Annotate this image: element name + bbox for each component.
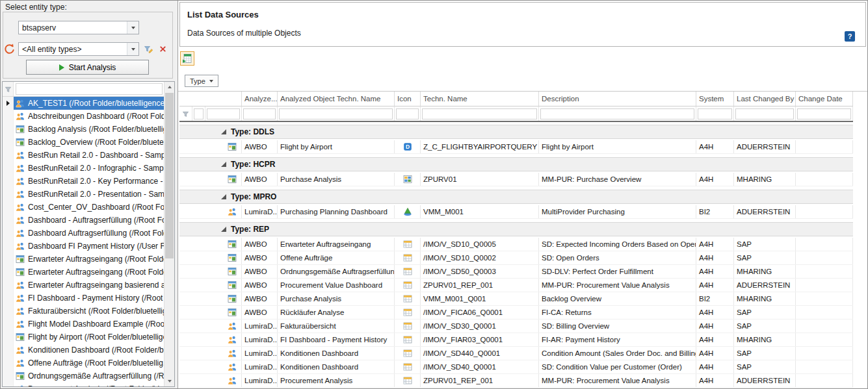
entity-list-item[interactable]: BestRunRetail 2.0 - Key Performance - Sa… xyxy=(3,175,164,188)
filter-input-change_date[interactable] xyxy=(797,108,851,119)
table-row[interactable]: AWBOProcurement Value DashboardZPURV01_R… xyxy=(179,279,853,292)
cell-ind xyxy=(179,347,192,360)
group-row[interactable]: Type: HCPR xyxy=(179,157,853,171)
entity-list-item[interactable]: Ordnungsgemäße Auftragserfüllung (/R... xyxy=(3,370,164,383)
entity-list-item[interactable]: Flight by Airport (/Root Folder/bluetell… xyxy=(3,331,164,344)
edit-filter-button[interactable] xyxy=(142,43,154,55)
filter-cell-obj_name[interactable] xyxy=(278,107,395,121)
filter-input-last_changed_by[interactable] xyxy=(735,108,794,119)
column-header-system[interactable]: System xyxy=(696,92,734,106)
server-combobox-value: btsapserv xyxy=(19,23,127,32)
entity-list-item[interactable]: Erwarteter Auftragseingang basierend a..… xyxy=(3,279,164,292)
entity-list-item[interactable]: Dashboard Auftragserfüllung (/Root Fold.… xyxy=(3,227,164,240)
filter-cell-tech_name[interactable] xyxy=(421,107,539,121)
entity-list-item[interactable]: Abschreibungen Dashboard (/Root Folde... xyxy=(3,110,164,123)
table-row[interactable]: AWBOPurchase AnalysisZPURV01MM-PUR: Purc… xyxy=(179,173,853,186)
entity-list-item[interactable]: FI Dashboard - Payment History (/Root F.… xyxy=(3,292,164,305)
row-indicator xyxy=(3,97,14,110)
entity-type-combobox[interactable]: <All entity types> xyxy=(18,42,139,56)
entity-list-item-label: Flight by Airport (/Root Folder/bluetell… xyxy=(28,333,164,342)
filter-input-description[interactable] xyxy=(540,108,694,119)
filter-cell-change_date[interactable] xyxy=(796,107,853,121)
table-row[interactable]: LumiraD...Konditionen Dashboard/IMO/V_SD… xyxy=(179,360,853,374)
table-row[interactable]: LumiraD...Fakturaübersicht/IMO/V_SD30_Q0… xyxy=(179,320,853,333)
entity-list-item[interactable]: Backlog_Overview (/Root Folder/bluetell.… xyxy=(3,136,164,149)
column-header-techn-name[interactable]: Techn. Name xyxy=(421,92,539,106)
group-row[interactable]: Type: REP xyxy=(179,222,853,236)
entity-list-item[interactable]: BestRun Retail 2.0 - Dashboard - Sample.… xyxy=(3,149,164,162)
column-header-change-date[interactable]: Change Date xyxy=(796,92,853,106)
entity-list-item[interactable]: Procurement Analysis (/Root Folder/blu..… xyxy=(3,383,164,386)
entity-type-combobox-arrow[interactable] xyxy=(127,43,138,55)
column-header-analyzed-object-techn-name[interactable]: Analyzed Object Techn. Name xyxy=(278,92,395,106)
export-excel-button[interactable] xyxy=(180,51,194,66)
filter-input-obj_icon[interactable] xyxy=(207,108,240,119)
scroll-thumb[interactable] xyxy=(165,93,174,258)
entity-list-item[interactable]: BestRunRetail 2.0 - Presentation - Sampl… xyxy=(3,188,164,201)
entity-list-filter-row[interactable] xyxy=(3,82,164,97)
entity-list-item[interactable]: Offene Aufträge (/Root Folder/bluetellig… xyxy=(3,357,164,370)
table-row[interactable]: LumiraD...Procurement AnalysisZPURV01_RE… xyxy=(179,374,853,388)
help-button[interactable]: ? xyxy=(845,31,855,42)
server-combobox-arrow[interactable] xyxy=(127,21,138,34)
entity-list-item[interactable]: Fakturaübersicht (/Root Folder/bluetelli… xyxy=(3,305,164,318)
cell-ind xyxy=(179,292,192,305)
entity-list-item[interactable]: AK_TEST1 (/Root Folder/bluetelligence/S.… xyxy=(3,97,164,110)
table-row[interactable]: AWBOOffene Aufträge/IMO/V_SD10_Q0002SD: … xyxy=(179,251,853,265)
group-row[interactable]: Type: MPRO xyxy=(179,190,853,204)
clear-filter-button[interactable] xyxy=(157,43,169,55)
row-indicator xyxy=(3,344,14,357)
filter-cell-description[interactable] xyxy=(539,107,696,121)
entity-list-item[interactable]: Erwarteter Auftragseingang (/Root Folde.… xyxy=(3,266,164,279)
filter-input-obj_name[interactable] xyxy=(279,108,393,119)
filter-cell-last_changed_by[interactable] xyxy=(734,107,796,121)
filter-cell-obj_icon[interactable] xyxy=(205,107,242,121)
table-row[interactable]: LumiraD...Konditionen Dashboard/IMO/V_SD… xyxy=(179,347,853,360)
entity-list-item-body: Offene Aufträge (/Root Folder/bluetellig… xyxy=(14,357,164,370)
filter-input-system[interactable] xyxy=(698,108,732,119)
entity-list-item[interactable]: Flight Model Dashboard Example (/Root... xyxy=(3,318,164,331)
entity-filter-input[interactable] xyxy=(16,83,163,95)
start-analysis-button[interactable]: Start Analysis xyxy=(26,60,149,75)
table-row[interactable]: LumiraD...FI Dashboard - Payment History… xyxy=(179,333,853,347)
group-row[interactable]: Type: DDLS xyxy=(179,125,853,139)
cell-obj_icon xyxy=(205,347,242,360)
filter-input-indent[interactable] xyxy=(194,108,204,119)
filter-cell-analyze[interactable] xyxy=(242,107,278,121)
cell-ds_icon xyxy=(395,205,421,218)
table-row[interactable]: AWBOPurchase AnalysisVMM_M001_Q001Backlo… xyxy=(179,292,853,306)
filter-cell-ds_icon[interactable] xyxy=(395,107,421,121)
group-by-chip-type[interactable]: Type xyxy=(185,75,218,87)
entity-list-item[interactable]: Konditionen Dashboard (/Root Folder/bl..… xyxy=(3,344,164,357)
table-row[interactable]: AWBOErwarteter Auftragseingang/IMO/V_SD1… xyxy=(179,238,853,251)
filter-input-tech_name[interactable] xyxy=(422,108,537,119)
table-row[interactable]: AWBORückläufer Analyse/IMO/V_FICA06_Q000… xyxy=(179,306,853,320)
filter-cell-indent[interactable] xyxy=(192,107,205,121)
table-row[interactable]: AWBOFlight by AirportDZ_C_FLIGHTBYAIRPOR… xyxy=(179,140,853,154)
filter-cell-system[interactable] xyxy=(696,107,734,121)
entity-list-item[interactable]: Cost_Center_OV_Dashboard (/Root Fold... xyxy=(3,201,164,214)
entity-list-item-body: Cost_Center_OV_Dashboard (/Root Fold... xyxy=(14,201,164,214)
server-combobox[interactable]: btsapserv xyxy=(18,21,139,34)
entity-list-item[interactable]: Dashboard - Auftragserfüllung (/Root Fo.… xyxy=(3,214,164,227)
column-header-analyze[interactable]: Analyze... xyxy=(242,92,278,106)
column-header-description[interactable]: Description xyxy=(539,92,696,106)
table-row[interactable]: AWBOOrdnungsgemäße Auftragserfüllung/IMO… xyxy=(179,265,853,279)
entity-list-item[interactable]: BestRunRetail 2.0 - Infographic - Sample… xyxy=(3,162,164,175)
list-scrollbar[interactable] xyxy=(164,82,174,386)
table-row[interactable]: LumiraD...Purchasing Planning DashboardV… xyxy=(179,205,853,219)
cell-tech_name: /IMO/V_SD40_Q0001 xyxy=(421,360,539,373)
group-section-type-hcpr: Type: HCPRAWBOPurchase AnalysisZPURV01MM… xyxy=(179,157,853,186)
entity-list-item[interactable]: Backlog Analysis (/Root Folder/bluetelli… xyxy=(3,123,164,136)
column-header-last-changed-by[interactable]: Last Changed By xyxy=(734,92,796,106)
refresh-icon[interactable] xyxy=(3,43,16,55)
scroll-up-button[interactable] xyxy=(164,82,174,92)
filter-input-ds_icon[interactable] xyxy=(396,108,419,119)
scroll-down-button[interactable] xyxy=(164,376,174,386)
entity-list-item[interactable]: Erwarteter Auftragseingang (/Root Folde.… xyxy=(3,253,164,266)
row-indicator xyxy=(3,188,14,201)
filter-input-analyze[interactable] xyxy=(243,108,276,119)
column-header-icon[interactable]: Icon xyxy=(395,92,421,106)
entity-list-item[interactable]: Dashboard FI Payment History (/User Fo..… xyxy=(3,240,164,253)
lumira-people-icon xyxy=(16,177,25,186)
